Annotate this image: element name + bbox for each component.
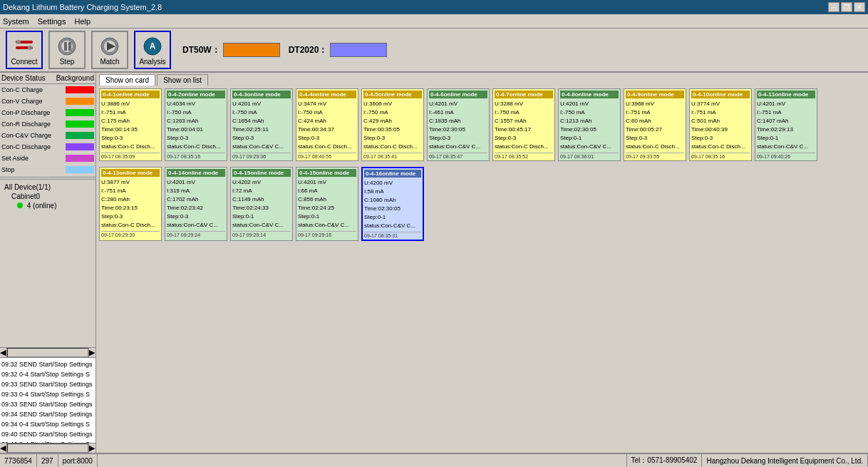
analysis-button[interactable]: A Analysis	[134, 31, 171, 69]
menu-bar: System Settings Help	[0, 14, 868, 29]
log-hscroll[interactable]: ◀ ▶	[0, 443, 95, 453]
card-0-4-14-u: U:4201 mV	[167, 178, 225, 187]
card-0-4-4-u: U:3474 mV	[298, 100, 356, 108]
device-status-label: Device Status	[1, 74, 56, 82]
card-0-4-14[interactable]: 0-4-14online mode U:4201 mV I:319 mA C:1…	[165, 167, 227, 241]
card-0-4-10[interactable]: 0-4-10online mode U:3774 mV I:-751 mA C:…	[689, 88, 752, 161]
device-status-header: Device Status Background	[0, 73, 95, 84]
tab-bar: Show on card Show on list	[96, 73, 868, 86]
card-0-4-15b-step: Step:0-1	[298, 212, 356, 221]
connect-button[interactable]: Connect	[6, 31, 43, 69]
log-hscroll-track[interactable]	[7, 443, 88, 453]
close-button[interactable]: ✕	[854, 2, 865, 12]
card-0-4-6-c: C:1835 mAh	[429, 117, 487, 125]
card-0-4-15b-status: status:Con-C&V C...	[298, 221, 356, 230]
card-0-4-9-ts: 09-17 09:33:55	[626, 153, 684, 159]
card-0-4-10-status: status:Con-C Disch...	[691, 143, 750, 151]
tree-online[interactable]: 4 (online)	[3, 201, 93, 210]
card-0-4-6-u: U:4201 mV	[429, 100, 487, 108]
card-0-4-1[interactable]: 0-4-1online mode U:3886 mV I:-751 mA C:1…	[99, 88, 162, 161]
card-0-4-2[interactable]: 0-4-2online mode U:4034 mV I:-750 mA C:1…	[165, 88, 227, 161]
card-0-4-13-status: status:Con-C Disch...	[101, 221, 160, 230]
card-0-4-1-header: 0-4-1online mode	[101, 91, 160, 98]
match-button[interactable]: Match	[91, 31, 128, 69]
card-0-4-7[interactable]: 0-4-7online mode U:3288 mV I:-750 mA C:1…	[492, 88, 555, 161]
window-controls: ─ ❐ ✕	[828, 2, 865, 12]
card-0-4-6-ts: 09-17 08:35:47	[429, 153, 487, 159]
card-0-4-11[interactable]: 0-4-11online mode U:4201 mV I:-751 mA C:…	[755, 88, 817, 161]
status-tel: Tel：0571-89905402	[627, 454, 703, 467]
card-0-4-15-header: 0-4-15online mode	[232, 169, 291, 177]
card-0-4-7-step: Step:0-3	[495, 134, 553, 143]
log-line-6: 09:34 0-4 Start/Stop Settings S	[1, 419, 94, 429]
tab-show-on-card[interactable]: Show on card	[99, 74, 155, 86]
card-0-4-15-step: Step:0-1	[232, 212, 291, 221]
title-bar: Dekang Lithium Battery Charging System_2…	[0, 0, 868, 14]
card-0-4-15b[interactable]: 0-4-15online mode U:4201 mV I:66 mA C:85…	[296, 167, 358, 241]
card-0-4-8-step: Step:0-1	[560, 134, 619, 143]
tab-show-on-list[interactable]: Show on list	[157, 74, 208, 86]
hscroll-track[interactable]	[7, 348, 88, 357]
dt50w-label: DT50W：	[182, 44, 220, 56]
menu-system[interactable]: System	[3, 17, 29, 26]
menu-help[interactable]: Help	[74, 17, 91, 26]
card-0-4-13[interactable]: 0-4-13online mode U:3877 mV I:-751 mA C:…	[99, 167, 162, 241]
card-0-4-15b-header: 0-4-15online mode	[298, 169, 356, 177]
card-0-4-8[interactable]: 0-4-8online mode U:4201 mV I:-750 mA C:1…	[558, 88, 621, 161]
card-0-4-1-u: U:3886 mV	[101, 100, 160, 108]
card-0-4-2-time: Time:00:04:01	[167, 125, 225, 134]
card-0-4-4[interactable]: 0-4-4online mode U:3474 mV I:-750 mA C:4…	[296, 88, 358, 161]
card-0-4-5[interactable]: 0-4-5online mode U:3606 mV I:-750 mA C:4…	[361, 88, 424, 161]
status-label-conp-discharge: Con-P Discharge	[1, 109, 66, 116]
restore-button[interactable]: ❐	[841, 2, 852, 12]
status-label-conr-discharge: Con-R Discharge	[1, 120, 66, 128]
status-color-conc-charge	[66, 86, 94, 93]
card-0-4-7-ts: 09-17 08:35:52	[495, 153, 553, 159]
card-0-4-10-ts: 09-17 08:35:16	[691, 153, 750, 159]
card-0-4-8-time: Time:02:30:05	[560, 125, 619, 134]
card-0-4-8-header: 0-4-8online mode	[560, 91, 619, 98]
card-0-4-4-ts: 09-17 08:40:55	[298, 153, 356, 159]
online-dot	[17, 202, 23, 208]
card-0-4-5-c: C:429 mAh	[363, 117, 422, 125]
card-0-4-7-header: 0-4-7online mode	[495, 91, 553, 98]
card-0-4-4-status: status:Con-C Disch...	[298, 143, 356, 151]
tree-cabinet[interactable]: Cabinet0	[3, 192, 93, 201]
background-label: Background	[56, 74, 94, 82]
tree-hscroll[interactable]: ◀ ▶	[0, 347, 95, 357]
status-label-set-aside: Set Aside	[1, 155, 66, 162]
card-0-4-16[interactable]: 0-4-16online mode U:4200 mV I:58 mA C:10…	[361, 167, 424, 241]
menu-settings[interactable]: Settings	[38, 17, 66, 26]
card-0-4-2-i: I:-750 mA	[167, 108, 225, 117]
status-row-conc-discharge: Con-C Discharge	[0, 141, 95, 153]
card-0-4-3-header: 0-4-3online mode	[232, 91, 291, 98]
card-0-4-3[interactable]: 0-4-3online mode U:4201 mV I:-750 mA C:1…	[230, 88, 293, 161]
analysis-icon: A	[141, 35, 164, 58]
card-0-4-15[interactable]: 0-4-15online mode U:4202 mV I:72 mA C:11…	[230, 167, 293, 241]
status-row-conp-discharge: Con-P Discharge	[0, 107, 95, 118]
card-0-4-6[interactable]: 0-4-6online mode U:4201 mV I:-461 mA C:1…	[427, 88, 490, 161]
step-button[interactable]: Step	[48, 31, 86, 69]
card-0-4-16-header: 0-4-16online mode	[364, 170, 421, 178]
log-hscroll-left[interactable]: ◀	[0, 443, 7, 453]
card-0-4-13-u: U:3877 mV	[101, 178, 160, 187]
log-hscroll-right[interactable]: ▶	[88, 443, 95, 453]
card-0-4-14-ts: 09-17 09:29:24	[167, 231, 225, 237]
hscroll-left-btn[interactable]: ◀	[0, 348, 7, 357]
card-0-4-10-time: Time:00:40:39	[691, 125, 750, 134]
card-0-4-14-time: Time:02:23:42	[167, 204, 225, 212]
card-0-4-15-ts: 09-17 09:29:14	[232, 231, 291, 237]
status-row-set-aside: Set Aside	[0, 153, 95, 164]
dt2020-bar	[330, 43, 387, 57]
card-0-4-4-c: C:424 mAh	[298, 117, 356, 125]
card-0-4-1-time: Time:00:14:35	[101, 125, 160, 134]
hscroll-right-btn[interactable]: ▶	[88, 348, 95, 357]
log-line-7: 09:40 SEND Start/Stop Settings	[1, 429, 94, 439]
log-line-4: 09:33 SEND Start/Stop Settings	[1, 399, 94, 409]
card-0-4-10-step: Step:0-3	[691, 134, 750, 143]
card-0-4-15b-time: Time:02:24:25	[298, 204, 356, 212]
card-0-4-9[interactable]: 0-4-9online mode U:3968 mV I:-751 mA C:6…	[624, 88, 686, 161]
minimize-button[interactable]: ─	[828, 2, 839, 12]
tree-all-device[interactable]: All Device(1/1)	[3, 183, 93, 192]
card-0-4-13-ts: 09-17 09:29:30	[101, 231, 160, 237]
